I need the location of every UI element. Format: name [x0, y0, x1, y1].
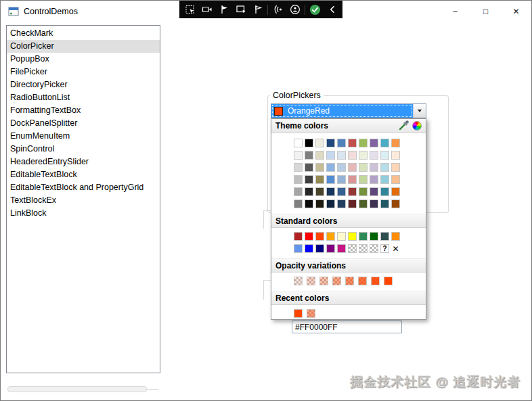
theme-color-swatch[interactable]: [315, 163, 324, 172]
theme-color-swatch[interactable]: [359, 151, 368, 160]
transparent-color-swatch[interactable]: [370, 244, 378, 253]
rect-select-icon[interactable]: [232, 1, 249, 18]
theme-color-swatch[interactable]: [391, 187, 400, 196]
sidebar-item-colorpicker[interactable]: ColorPicker: [7, 40, 160, 53]
standard-color-swatch[interactable]: [337, 244, 346, 253]
theme-color-swatch[interactable]: [315, 139, 324, 147]
theme-color-swatch[interactable]: [380, 139, 389, 147]
close-button[interactable]: ✕: [501, 1, 531, 22]
standard-color-swatch[interactable]: [326, 232, 335, 241]
sidebar-item-headeredentryslider[interactable]: HeaderedEntrySlider: [7, 156, 160, 168]
sidebar-item-checkmark[interactable]: CheckMark: [7, 27, 160, 40]
theme-color-swatch[interactable]: [370, 139, 378, 147]
standard-color-swatch[interactable]: [315, 232, 324, 241]
sidebar-item-directorypicker[interactable]: DirectoryPicker: [7, 78, 160, 91]
sidebar-item-popupbox[interactable]: PopupBox: [7, 53, 160, 66]
advanced-color-button[interactable]: ?: [380, 244, 389, 253]
opacity-variation-swatch[interactable]: [384, 277, 393, 285]
theme-color-swatch[interactable]: [391, 199, 400, 208]
theme-color-swatch[interactable]: [315, 175, 324, 184]
recent-color-swatch[interactable]: [294, 309, 303, 318]
standard-color-swatch[interactable]: [391, 232, 400, 241]
theme-color-swatch[interactable]: [294, 163, 303, 172]
theme-color-swatch[interactable]: [294, 199, 303, 208]
opacity-variation-swatch[interactable]: [345, 277, 354, 285]
flag-cursor-icon[interactable]: [215, 1, 232, 18]
sidebar-item-enummenuitem[interactable]: EnumMenuItem: [7, 130, 160, 143]
theme-color-swatch[interactable]: [359, 199, 368, 208]
standard-color-swatch[interactable]: [315, 244, 324, 253]
chevron-left-icon[interactable]: [324, 1, 340, 18]
theme-color-swatch[interactable]: [391, 163, 400, 172]
no-color-button[interactable]: ✕: [391, 244, 400, 253]
theme-color-swatch[interactable]: [294, 175, 303, 184]
standard-color-swatch[interactable]: [294, 232, 303, 241]
theme-color-swatch[interactable]: [326, 139, 335, 147]
person-circle-icon[interactable]: [286, 1, 303, 18]
theme-color-swatch[interactable]: [370, 151, 378, 160]
transparent-color-swatch[interactable]: [359, 244, 368, 253]
transparent-color-swatch[interactable]: [348, 244, 357, 253]
theme-color-swatch[interactable]: [294, 139, 303, 147]
theme-color-swatch[interactable]: [294, 187, 303, 196]
theme-color-swatch[interactable]: [337, 151, 346, 160]
theme-color-swatch[interactable]: [380, 151, 389, 160]
color-wheel-icon[interactable]: [412, 121, 422, 131]
recent-color-swatch[interactable]: [307, 309, 315, 318]
theme-color-swatch[interactable]: [370, 163, 378, 172]
theme-color-swatch[interactable]: [359, 163, 368, 172]
theme-color-swatch[interactable]: [305, 199, 313, 208]
theme-color-swatch[interactable]: [315, 151, 324, 160]
theme-color-swatch[interactable]: [348, 199, 357, 208]
theme-color-swatch[interactable]: [326, 151, 335, 160]
theme-color-swatch[interactable]: [391, 151, 400, 160]
flag-outline-icon[interactable]: [249, 1, 266, 18]
opacity-variation-swatch[interactable]: [294, 277, 303, 285]
region-capture-icon[interactable]: [181, 1, 198, 18]
theme-color-swatch[interactable]: [337, 175, 346, 184]
sidebar-item-editabletextblock-and-propertygrid[interactable]: EditableTextBlock and PropertyGrid: [7, 181, 160, 194]
colorpicker-combobox[interactable]: OrangeRed: [271, 103, 426, 118]
eyedropper-icon[interactable]: [399, 120, 409, 133]
theme-color-swatch[interactable]: [380, 175, 389, 184]
theme-color-swatch[interactable]: [337, 163, 346, 172]
standard-color-swatch[interactable]: [326, 244, 335, 253]
theme-color-swatch[interactable]: [348, 175, 357, 184]
opacity-variation-swatch[interactable]: [307, 277, 315, 285]
standard-color-swatch[interactable]: [359, 232, 368, 241]
combo-selection[interactable]: OrangeRed: [271, 104, 413, 118]
opacity-variation-swatch[interactable]: [319, 277, 328, 285]
opacity-variation-swatch[interactable]: [332, 277, 341, 285]
standard-color-swatch[interactable]: [305, 244, 313, 253]
sidebar-item-textblockex[interactable]: TextBlockEx: [7, 194, 160, 207]
theme-color-swatch[interactable]: [391, 139, 400, 147]
theme-color-swatch[interactable]: [337, 199, 346, 208]
sidebar-list[interactable]: CheckMarkColorPickerPopupBoxFilePickerDi…: [6, 25, 160, 373]
standard-color-swatch[interactable]: [370, 232, 378, 241]
theme-color-swatch[interactable]: [305, 151, 313, 160]
standard-color-swatch[interactable]: [380, 232, 389, 241]
sidebar-item-dockpanelsplitter[interactable]: DockPanelSplitter: [7, 117, 160, 130]
theme-color-swatch[interactable]: [348, 139, 357, 147]
theme-color-swatch[interactable]: [294, 151, 303, 160]
sidebar-item-formattingtextbox[interactable]: FormattingTextBox: [7, 104, 160, 117]
theme-color-swatch[interactable]: [348, 151, 357, 160]
minimize-button[interactable]: –: [440, 1, 470, 22]
theme-color-swatch[interactable]: [337, 187, 346, 196]
theme-color-swatch[interactable]: [305, 163, 313, 172]
sidebar-item-linkblock[interactable]: LinkBlock: [7, 207, 160, 220]
theme-color-swatch[interactable]: [337, 139, 346, 147]
video-camera-icon[interactable]: [198, 1, 215, 18]
theme-color-swatch[interactable]: [380, 199, 389, 208]
audio-waves-icon[interactable]: [269, 1, 286, 18]
theme-color-swatch[interactable]: [380, 187, 389, 196]
theme-color-swatch[interactable]: [348, 163, 357, 172]
check-circle-icon[interactable]: [307, 1, 324, 18]
theme-color-swatch[interactable]: [359, 139, 368, 147]
theme-color-swatch[interactable]: [348, 187, 357, 196]
theme-color-swatch[interactable]: [359, 187, 368, 196]
theme-color-swatch[interactable]: [305, 187, 313, 196]
maximize-button[interactable]: □: [470, 1, 501, 22]
sidebar-item-editabletextblock[interactable]: EditableTextBlock: [7, 168, 160, 181]
theme-color-swatch[interactable]: [380, 163, 389, 172]
